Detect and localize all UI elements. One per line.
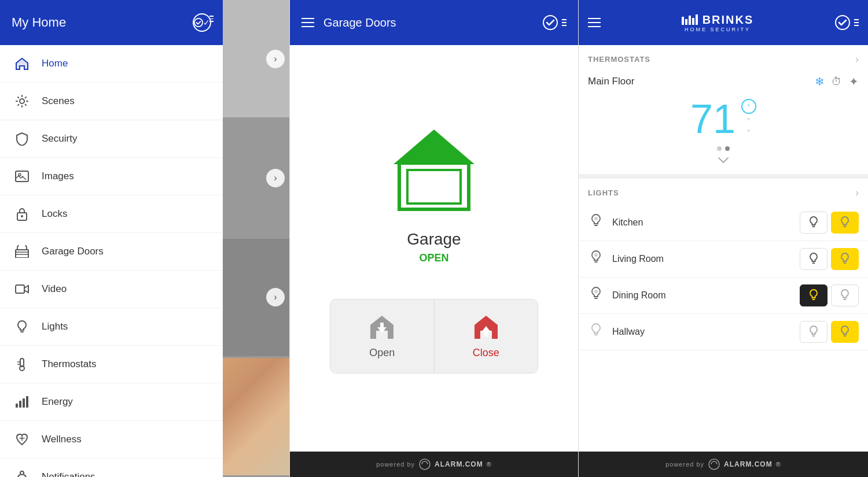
home-icon [12,53,32,74]
svg-rect-14 [16,404,18,408]
garage-status: OPEN [419,252,448,264]
lights-section: LIGHTS › Kitchen [579,179,868,452]
garage-menu-icon[interactable] [301,18,314,27]
nav-label-video: Video [42,283,67,295]
thermostats-chevron[interactable]: › [855,53,859,65]
svg-rect-16 [23,398,25,408]
kitchen-light-name: Kitchen [612,217,800,228]
thumb-item-4[interactable] [223,358,289,477]
brinks-logo: BRINKS HOME SECURITY [601,13,834,32]
temp-increase-button[interactable]: ˄ [746,117,751,128]
garage-close-button[interactable]: Close [435,299,538,373]
light-bulb-icon-kitchen [588,213,604,232]
temp-decrease-button[interactable]: ˅ [746,129,751,139]
alarm-logo-small [418,458,431,471]
panel-garage: Garage Doors Gara [289,0,579,477]
thumb-item-1[interactable]: › [223,0,289,119]
svg-point-27 [594,290,598,293]
svg-point-26 [594,253,598,257]
thermostat-expand-button[interactable] [588,154,859,168]
svg-point-0 [194,19,203,27]
thumb-item-2[interactable]: › [223,119,289,238]
status-check-icon[interactable] [193,13,211,32]
schedule-icon[interactable]: ⏱ [832,76,842,88]
kitchen-off-button[interactable] [800,212,827,234]
hallway-on-button[interactable] [831,321,859,343]
garage-open-button[interactable]: Open [330,299,435,373]
light-item-hallway: Hallway [579,314,868,350]
brinks-status-icon[interactable] [834,14,859,31]
garage-visual [382,124,486,219]
sidebar-item-thermostats[interactable]: Thermostats [0,346,223,383]
thermostat-temperature: 71 [690,99,735,139]
dining-room-toggle [800,284,859,306]
svg-point-23 [420,459,430,469]
thermostats-title: THERMOSTATS [588,55,650,64]
light-item-living-room: Living Room [579,241,868,278]
fan-icon[interactable]: ✦ [849,75,859,88]
lights-title: LIGHTS [588,188,619,197]
dining-room-on-button[interactable] [831,284,859,306]
dining-room-off-button[interactable] [800,284,827,306]
open-garage-icon [368,313,396,341]
hallway-off-button[interactable] [800,321,827,343]
living-room-on-button[interactable] [831,248,859,270]
svg-rect-17 [26,396,28,408]
sidebar-item-lights[interactable]: Lights [0,308,223,346]
thermostat-display: 71 ° ˄ ˅ [588,94,859,143]
sidebar-item-garage[interactable]: Garage Doors [0,233,223,271]
sidebar-item-locks[interactable]: Locks [0,195,223,233]
brinks-brand-top: BRINKS [682,13,754,27]
svg-point-18 [20,471,24,475]
panel-my-home: My Home [0,0,289,477]
sidebar-item-security[interactable]: Secuirty [0,120,223,158]
sidebar-item-scenes[interactable]: Scenes [0,83,223,120]
kitchen-toggle [800,212,859,234]
sidebar-item-images[interactable]: Images [0,158,223,195]
lights-section-header: LIGHTS › [579,179,868,205]
nav-label-notifications: Notifications [42,471,95,477]
close-button-label: Close [473,347,499,359]
nav-label-locks: Locks [42,208,67,220]
svg-rect-15 [19,401,21,408]
nav-label-energy: Energy [42,396,73,408]
nav-label-home: Home [42,58,68,69]
sidebar-header: My Home [0,0,223,45]
sidebar-item-home[interactable]: Home [0,45,223,83]
svg-point-24 [836,16,849,29]
sidebar-item-video[interactable]: Video [0,271,223,308]
nav-label-thermostats: Thermostats [42,358,96,370]
sidebar-item-notifications[interactable]: Notifications [0,458,223,477]
garage-name: Garage [407,230,461,249]
svg-point-25 [594,217,598,220]
light-bulb-icon-dining [588,286,604,305]
brinks-menu-icon[interactable] [588,18,601,27]
lights-chevron[interactable]: › [855,187,859,199]
sidebar-title: My Home [12,15,66,30]
svg-rect-22 [407,170,461,204]
locks-icon [12,204,32,224]
snowflake-icon[interactable]: ❄ [815,75,825,88]
brinks-brand-sub: HOME SECURITY [685,27,751,32]
garage-footer: powered by ALARM.COM ® [290,452,578,477]
close-garage-icon [472,313,500,341]
kitchen-on-button[interactable] [831,212,859,234]
sidebar-item-wellness[interactable]: Wellness [0,421,223,458]
garage-main-content: Garage OPEN Open [290,45,578,452]
sidebar-nav: Home Scenes Secuirty [0,45,223,477]
thumb-item-3[interactable]: › [223,239,289,358]
thermostat-top-row: Main Floor ❄ ⏱ ✦ [588,75,859,88]
thumb-chevron-2: › [266,169,285,187]
garage-status-icon[interactable] [542,14,567,31]
garage-action-buttons: Open Close [330,299,538,374]
thumb-chevron-1: › [266,50,285,68]
living-room-off-button[interactable] [800,248,827,270]
thermostat-pagination [588,143,859,154]
video-icon [12,279,32,299]
garage-house-svg [382,124,486,216]
security-icon [12,128,32,149]
sidebar-item-energy[interactable]: Energy [0,383,223,421]
nav-label-scenes: Scenes [42,95,75,107]
garage-icon [12,241,32,262]
thermostat-main-floor: Main Floor ❄ ⏱ ✦ 71 ° ˄ ˅ [579,71,868,174]
